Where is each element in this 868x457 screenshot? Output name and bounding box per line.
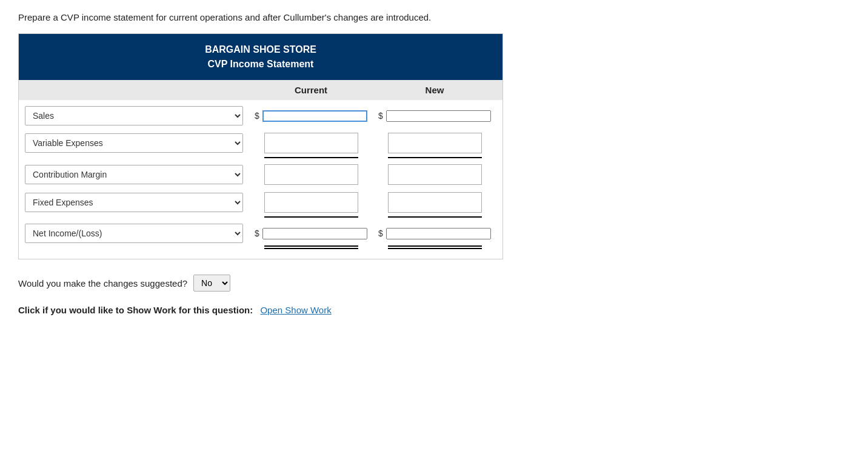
variable-expenses-new-group bbox=[373, 133, 496, 153]
contribution-margin-select[interactable]: Contribution Margin bbox=[25, 165, 243, 184]
variable-expenses-label-cell: Variable Expenses bbox=[25, 133, 249, 153]
underline-new-2 bbox=[373, 215, 496, 218]
sales-select[interactable]: Sales bbox=[25, 106, 243, 125]
underline-after-variable bbox=[25, 156, 496, 158]
col-new-label: New bbox=[373, 85, 496, 95]
sales-current-input[interactable] bbox=[262, 110, 367, 122]
variable-expenses-new-input[interactable] bbox=[388, 133, 482, 153]
net-income-label-cell: Net Income/(Loss) bbox=[25, 224, 249, 243]
table-rows: Sales $ $ Variable Expenses bbox=[19, 100, 502, 259]
below-table: Would you make the changes suggested? No… bbox=[18, 275, 850, 315]
double-underline-row bbox=[25, 245, 496, 249]
header-line2: CVP Income Statement bbox=[25, 57, 496, 72]
double-underline-new bbox=[373, 245, 496, 249]
underline-current-1 bbox=[249, 156, 373, 158]
underline-new-1 bbox=[373, 156, 496, 158]
open-show-work-link[interactable]: Open Show Work bbox=[260, 305, 331, 315]
contribution-margin-label-cell: Contribution Margin bbox=[25, 165, 249, 184]
sales-new-dollar: $ bbox=[378, 111, 383, 121]
sales-row: Sales $ $ bbox=[25, 106, 496, 125]
sales-new-input[interactable] bbox=[386, 110, 491, 122]
fixed-expenses-new-group bbox=[373, 192, 496, 213]
contribution-margin-row: Contribution Margin bbox=[25, 164, 496, 185]
net-income-row: Net Income/(Loss) $ $ bbox=[25, 224, 496, 243]
net-income-current-input[interactable] bbox=[262, 228, 367, 239]
sales-current-dollar: $ bbox=[255, 111, 259, 121]
double-underline-current bbox=[249, 245, 373, 249]
underline-after-fixed bbox=[25, 215, 496, 218]
variable-expenses-current-input[interactable] bbox=[264, 133, 358, 153]
col-current-label: Current bbox=[249, 85, 373, 95]
fixed-expenses-row: Fixed Expenses bbox=[25, 192, 496, 213]
underline-current-2 bbox=[249, 215, 373, 218]
net-income-new-input[interactable] bbox=[386, 228, 491, 239]
show-work-row: Click if you would like to Show Work for… bbox=[18, 305, 850, 315]
would-you-label: Would you make the changes suggested? bbox=[18, 278, 187, 289]
sales-current-group: $ bbox=[249, 110, 373, 122]
would-you-row: Would you make the changes suggested? No… bbox=[18, 275, 850, 292]
fixed-expenses-current-input[interactable] bbox=[264, 192, 358, 213]
contribution-margin-new-input[interactable] bbox=[388, 164, 482, 185]
fixed-expenses-select[interactable]: Fixed Expenses bbox=[25, 193, 243, 212]
show-work-label: Click if you would like to Show Work for… bbox=[18, 305, 253, 315]
net-income-current-group: $ bbox=[249, 228, 373, 239]
net-income-current-dollar: $ bbox=[255, 228, 259, 238]
sales-label-cell: Sales bbox=[25, 106, 249, 125]
net-income-select[interactable]: Net Income/(Loss) bbox=[25, 224, 243, 243]
variable-expenses-row: Variable Expenses bbox=[25, 133, 496, 153]
cvp-table: BARGAIN SHOE STORE CVP Income Statement … bbox=[18, 33, 503, 259]
intro-text: Prepare a CVP income statement for curre… bbox=[18, 12, 850, 22]
fixed-expenses-label-cell: Fixed Expenses bbox=[25, 193, 249, 212]
sales-new-group: $ bbox=[373, 110, 496, 122]
contribution-margin-current-input[interactable] bbox=[264, 164, 358, 185]
would-you-select[interactable]: No Yes bbox=[193, 275, 230, 292]
variable-expenses-select[interactable]: Variable Expenses bbox=[25, 133, 243, 153]
fixed-expenses-new-input[interactable] bbox=[388, 192, 482, 213]
fixed-expenses-current-group bbox=[249, 192, 373, 213]
contribution-margin-new-group bbox=[373, 164, 496, 185]
contribution-margin-current-group bbox=[249, 164, 373, 185]
col-label-empty bbox=[25, 85, 249, 95]
net-income-new-dollar: $ bbox=[378, 228, 383, 238]
net-income-new-group: $ bbox=[373, 228, 496, 239]
header-line1: BARGAIN SHOE STORE bbox=[25, 42, 496, 57]
table-subheader: Current New bbox=[19, 80, 502, 100]
variable-expenses-current-group bbox=[249, 133, 373, 153]
table-header: BARGAIN SHOE STORE CVP Income Statement bbox=[19, 34, 502, 80]
